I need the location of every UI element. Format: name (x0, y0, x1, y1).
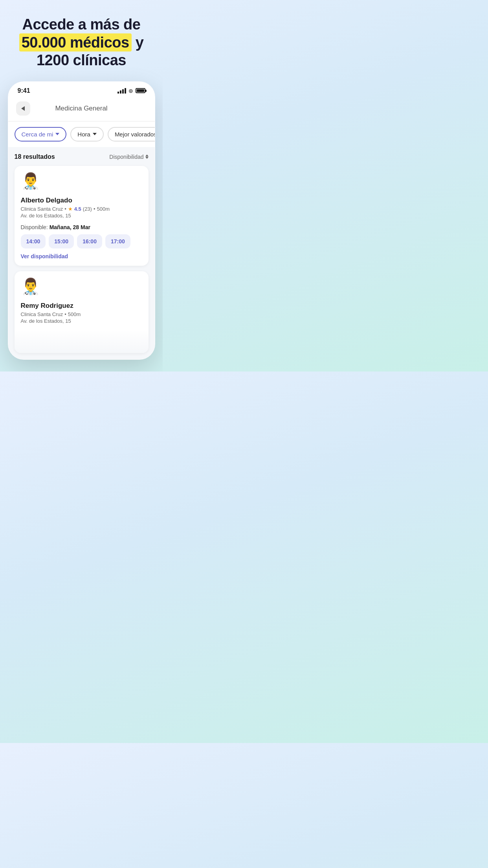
sort-button[interactable]: Disponibilidad (109, 154, 148, 160)
phone-mockup: 9:41 ⊛ Medicina General Cerca de mi Hora (8, 81, 155, 360)
results-header: 18 resultados Disponibilidad (15, 153, 149, 160)
filter-label-mejor: Mejor valorados (115, 131, 155, 138)
status-bar: 9:41 ⊛ (8, 82, 155, 97)
time-slot-0-0[interactable]: 14:00 (21, 234, 46, 248)
sort-label: Disponibilidad (109, 154, 143, 160)
nav-title: Medicina General (30, 105, 133, 112)
hero-title: Accede a más de 50.000 médicos y 1200 cl… (19, 16, 144, 70)
back-button[interactable] (16, 101, 30, 116)
star-icon: ★ (68, 206, 73, 212)
filter-label-hora: Hora (77, 131, 90, 138)
availability-text-0: Disponible: (21, 224, 50, 230)
filter-hora[interactable]: Hora (70, 127, 104, 142)
battery-icon (136, 88, 145, 93)
back-arrow-icon (21, 106, 25, 111)
doctor-distance-1: 500m (68, 311, 81, 317)
hero-line1: Accede a más de (22, 16, 141, 33)
time-slot-0-2[interactable]: 16:00 (77, 234, 102, 248)
doctor-clinic-0: Clinica Santa Cruz (21, 206, 63, 212)
doctor-card-0[interactable]: 👨‍⚕️ Alberto Delgado Clinica Santa Cruz … (15, 166, 149, 266)
doctor-name-0: Alberto Delgado (21, 197, 142, 204)
hero-highlight: 50.000 médicos (19, 33, 132, 51)
availability-label-0: Disponible: Mañana, 28 Mar (21, 224, 142, 230)
sort-arrows-icon (145, 154, 149, 159)
results-area: 18 resultados Disponibilidad 👨‍⚕️ Albert… (8, 147, 155, 359)
time-slots-0: 14:00 15:00 16:00 17:00 (21, 234, 142, 248)
time-slot-0-1[interactable]: 15:00 (49, 234, 74, 248)
filter-bar: Cerca de mi Hora Mejor valorados (8, 121, 155, 147)
time-slot-0-3[interactable]: 17:00 (105, 234, 130, 248)
nav-bar: Medicina General (8, 97, 155, 121)
status-icons: ⊛ (117, 88, 145, 94)
doctor-address-0: Av. de los Estados, 15 (21, 213, 142, 219)
status-time: 9:41 (18, 87, 30, 94)
doctor-address-1: Av. de los Estados, 15 (21, 318, 142, 348)
doctor-info-0: Clinica Santa Cruz • ★ 4.5 (23) • 500m (21, 206, 142, 212)
availability-date-0: Mañana, 28 Mar (50, 224, 90, 230)
doctor-avatar-0: 👨‍⚕️ (21, 173, 40, 193)
filter-mejor-valorados[interactable]: Mejor valorados (108, 127, 155, 142)
doctor-rating-0: 4.5 (74, 206, 81, 212)
filter-label-cerca: Cerca de mi (22, 131, 53, 138)
doctor-card-1[interactable]: 👨‍⚕️ Remy Rodriguez Clinica Santa Cruz •… (15, 271, 149, 353)
chevron-down-icon-hora (93, 133, 97, 135)
doctor-name-1: Remy Rodriguez (21, 302, 142, 310)
doctor-info-1: Clinica Santa Cruz • 500m (21, 311, 142, 317)
hero-line3: 1200 clínicas (37, 52, 126, 68)
results-count: 18 resultados (15, 153, 55, 160)
chevron-down-icon (55, 133, 59, 135)
doctor-clinic-1: Clinica Santa Cruz (21, 311, 63, 317)
wifi-icon: ⊛ (128, 88, 133, 94)
ver-disponibilidad-0[interactable]: Ver disponibilidad (21, 253, 142, 259)
signal-icon (117, 88, 126, 94)
filter-cerca-de-mi[interactable]: Cerca de mi (15, 127, 67, 142)
doctor-avatar-1: 👨‍⚕️ (21, 278, 40, 298)
doctor-reviews-0: (23) (83, 206, 92, 212)
doctor-distance-0: 500m (97, 206, 110, 212)
hero-line2: y (132, 34, 144, 51)
